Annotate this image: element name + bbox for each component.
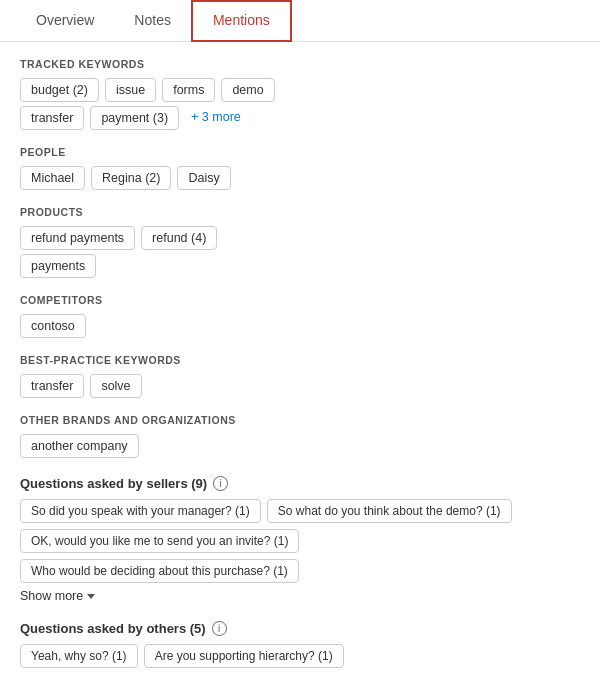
tab-notes[interactable]: Notes bbox=[114, 0, 191, 42]
questions-sellers-tags-row1: So did you speak with your manager? (1) … bbox=[20, 499, 580, 523]
tag-solve[interactable]: solve bbox=[90, 374, 141, 398]
tab-overview[interactable]: Overview bbox=[16, 0, 114, 42]
qtag-demo[interactable]: So what do you think about the demo? (1) bbox=[267, 499, 512, 523]
qtag-purchase[interactable]: Who would be deciding about this purchas… bbox=[20, 559, 299, 583]
tracked-keywords-label: TRACKED KEYWORDS bbox=[20, 58, 580, 70]
tag-contoso[interactable]: contoso bbox=[20, 314, 86, 338]
main-content: TRACKED KEYWORDS budget (2) issue forms … bbox=[0, 42, 600, 679]
other-brands-label: OTHER BRANDS AND ORGANIZATIONS bbox=[20, 414, 580, 426]
questions-sellers-tags-row2: OK, would you like me to send you an inv… bbox=[20, 529, 580, 583]
tab-mentions[interactable]: Mentions bbox=[191, 0, 292, 42]
tag-more-link[interactable]: + 3 more bbox=[185, 106, 247, 130]
show-more-button[interactable]: Show more bbox=[20, 589, 580, 603]
qtag-invite[interactable]: OK, would you like me to send you an inv… bbox=[20, 529, 299, 553]
questions-sellers-title: Questions asked by sellers (9) bbox=[20, 476, 207, 491]
tag-transfer[interactable]: transfer bbox=[20, 106, 84, 130]
tag-refund-payments[interactable]: refund payments bbox=[20, 226, 135, 250]
best-practice-tags: transfer solve bbox=[20, 374, 580, 398]
questions-others-info-icon[interactable]: i bbox=[212, 621, 227, 636]
questions-others-header: Questions asked by others (5) i bbox=[20, 621, 580, 636]
tag-forms[interactable]: forms bbox=[162, 78, 215, 102]
questions-others-tags: Yeah, why so? (1) Are you supporting hie… bbox=[20, 644, 580, 668]
products-label: PRODUCTS bbox=[20, 206, 580, 218]
products-tags-row2: payments bbox=[20, 254, 580, 278]
chevron-down-icon bbox=[87, 594, 95, 599]
products-tags-row1: refund payments refund (4) bbox=[20, 226, 580, 250]
tab-bar: Overview Notes Mentions bbox=[0, 0, 600, 42]
questions-sellers-info-icon[interactable]: i bbox=[213, 476, 228, 491]
other-brands-tags: another company bbox=[20, 434, 580, 458]
tag-transfer-bp[interactable]: transfer bbox=[20, 374, 84, 398]
tag-refund[interactable]: refund (4) bbox=[141, 226, 217, 250]
competitors-tags: contoso bbox=[20, 314, 580, 338]
questions-others-title: Questions asked by others (5) bbox=[20, 621, 206, 636]
tracked-keywords-tags: budget (2) issue forms demo bbox=[20, 78, 580, 102]
show-more-label: Show more bbox=[20, 589, 83, 603]
tracked-keywords-tags-row2: transfer payment (3) + 3 more bbox=[20, 106, 580, 130]
qtag-why[interactable]: Yeah, why so? (1) bbox=[20, 644, 138, 668]
tag-demo[interactable]: demo bbox=[221, 78, 274, 102]
tag-payment[interactable]: payment (3) bbox=[90, 106, 179, 130]
people-label: PEOPLE bbox=[20, 146, 580, 158]
people-tags: Michael Regina (2) Daisy bbox=[20, 166, 580, 190]
tag-issue[interactable]: issue bbox=[105, 78, 156, 102]
tag-michael[interactable]: Michael bbox=[20, 166, 85, 190]
competitors-label: COMPETITORS bbox=[20, 294, 580, 306]
tag-regina[interactable]: Regina (2) bbox=[91, 166, 171, 190]
tag-budget[interactable]: budget (2) bbox=[20, 78, 99, 102]
qtag-hierarchy[interactable]: Are you supporting hierarchy? (1) bbox=[144, 644, 344, 668]
questions-sellers-header: Questions asked by sellers (9) i bbox=[20, 476, 580, 491]
tag-payments[interactable]: payments bbox=[20, 254, 96, 278]
qtag-manager[interactable]: So did you speak with your manager? (1) bbox=[20, 499, 261, 523]
tag-another-company[interactable]: another company bbox=[20, 434, 139, 458]
best-practice-label: BEST-PRACTICE KEYWORDS bbox=[20, 354, 580, 366]
tag-daisy[interactable]: Daisy bbox=[177, 166, 230, 190]
